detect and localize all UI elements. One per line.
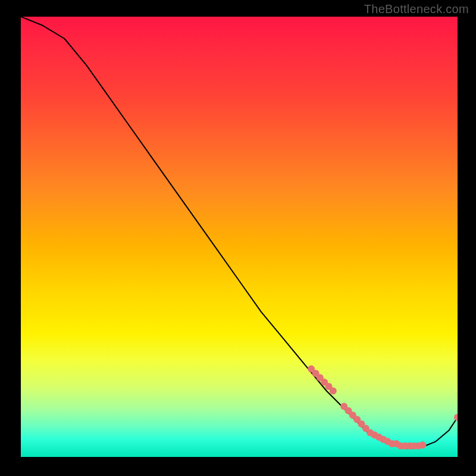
marker-point xyxy=(330,387,337,394)
curve-layer xyxy=(21,17,458,457)
plot-area xyxy=(21,17,458,457)
watermark-text: TheBottleneck.com xyxy=(364,2,469,16)
marker-point xyxy=(419,441,426,449)
chart-frame: TheBottleneck.com xyxy=(0,0,476,476)
marker-group xyxy=(308,365,458,450)
marker-point xyxy=(454,414,458,421)
bottleneck-curve-path xyxy=(21,17,458,448)
